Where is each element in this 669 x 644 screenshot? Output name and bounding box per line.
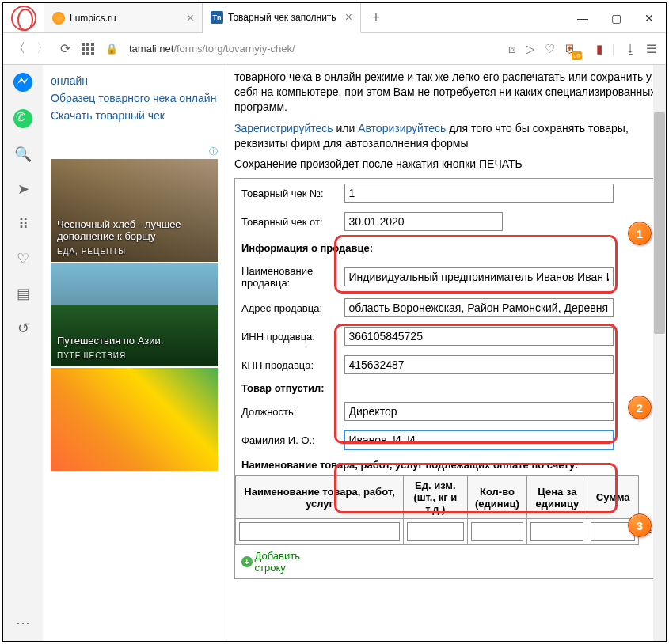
window-titlebar: Lumpics.ru × Tn Товарный чек заполнить ×… (3, 3, 666, 33)
more-icon[interactable]: ⋯ (16, 614, 30, 631)
tab-tovarnyy-chek[interactable]: Tn Товарный чек заполнить × (203, 3, 361, 33)
check-date-label: Товарный чек от: (235, 207, 338, 236)
seller-name-label: Наименование продавца: (235, 260, 338, 294)
ad-category: ЕДА, РЕЦЕПТЫ (57, 247, 211, 256)
vpn-icon[interactable]: ▷ (526, 42, 535, 56)
speed-dial-icon[interactable] (82, 43, 94, 55)
check-no-input[interactable] (344, 184, 614, 203)
seller-name-input[interactable] (344, 267, 614, 286)
ad-card[interactable]: Путешествия по Азии. ПУТЕШЕСТВИЯ (51, 263, 218, 366)
news-icon[interactable]: ▤ (17, 285, 30, 302)
inn-input[interactable] (344, 327, 614, 346)
inn-label: ИНН продавца: (235, 322, 338, 350)
left-rail: 🔍 ➤ ⠿ ♡ ▤ ↺ ⋯ (3, 65, 43, 641)
login-link[interactable]: Авторизируйтесь (358, 122, 446, 134)
save-note: Сохранение произойдет после нажатия кноп… (234, 157, 658, 172)
scrollbar[interactable] (653, 65, 666, 641)
col-unit: Ед. изм. (шт., кг и т.д.) (404, 476, 467, 519)
kpp-label: КПП продавца: (235, 350, 338, 379)
sidebar-link[interactable]: онлайн (51, 74, 218, 87)
favicon-icon (52, 12, 65, 25)
register-prompt: Зарегистрируйтесь или Авторизируйтесь дл… (234, 121, 658, 151)
add-row-button[interactable]: +Добавить строку (235, 545, 338, 578)
camera-icon[interactable]: ⧇ (508, 42, 516, 56)
ad-card[interactable] (51, 368, 218, 471)
seller-addr-label: Адрес продавца: (235, 294, 338, 322)
col-qty: Кол-во (единиц) (467, 476, 527, 519)
scrollbar-thumb[interactable] (654, 112, 665, 334)
tab-strip: Lumpics.ru × Tn Товарный чек заполнить ×… (44, 3, 566, 32)
item-name-input[interactable] (239, 522, 400, 541)
back-button[interactable]: 〈 (13, 40, 25, 57)
seller-section-header: Информация о продавце: (235, 236, 658, 260)
search-icon[interactable]: 🔍 (14, 146, 32, 163)
ad-marker[interactable] (51, 146, 218, 157)
blocker-icon[interactable]: ⛨off (564, 42, 587, 55)
close-tab-icon[interactable]: × (345, 10, 352, 25)
download-icon[interactable]: ⭳ (625, 42, 637, 55)
plus-icon: + (241, 556, 253, 567)
history-icon[interactable]: ↺ (17, 320, 29, 337)
favicon-icon: Tn (211, 11, 223, 24)
annotation-badge: 2 (628, 396, 652, 419)
ad-card[interactable]: Чесночный хлеб - лучшее дополнение к бор… (51, 159, 218, 262)
url-path: /forms/torg/tovarnyiy-chek/ (173, 43, 295, 55)
address-bar: 〈 〉 ⟳ 🔒 tamali.net/forms/torg/tovarnyiy-… (3, 33, 666, 65)
heart-rail-icon[interactable]: ♡ (17, 250, 29, 267)
send-icon[interactable]: ➤ (17, 180, 29, 198)
items-header: Наименование товара, работ, услуг подлеж… (235, 454, 658, 475)
window-controls: — ▢ ✕ (566, 6, 666, 31)
annotation-badge: 1 (628, 222, 652, 245)
sidebar-link[interactable]: Образец товарного чека онлайн (51, 92, 218, 104)
maximize-button[interactable]: ▢ (599, 6, 633, 31)
fio-label: Фамилия И. О.: (235, 426, 338, 454)
ad-title: Чесночный хлеб - лучшее дополнение к бор… (57, 218, 211, 242)
url-field[interactable]: tamali.net/forms/torg/tovarnyiy-chek/ (129, 43, 497, 55)
table-row: ✂ (236, 519, 657, 545)
menu-icon[interactable]: ☰ (646, 42, 656, 56)
item-price-input[interactable] (530, 522, 583, 541)
check-no-label: Товарный чек №: (235, 179, 338, 208)
sidebar-link[interactable]: Скачать товарный чек (51, 109, 218, 122)
position-input[interactable] (344, 402, 614, 421)
grid-icon[interactable]: ⠿ (18, 215, 29, 233)
item-qty-input[interactable] (471, 522, 524, 541)
lock-icon[interactable]: 🔒 (105, 43, 118, 55)
item-unit-input[interactable] (407, 522, 463, 541)
tab-title: Lumpics.ru (70, 13, 116, 24)
heart-icon[interactable]: ♡ (545, 42, 555, 56)
position-label: Должность: (235, 397, 338, 426)
annotation-badge: 3 (628, 513, 652, 537)
close-button[interactable]: ✕ (633, 6, 666, 31)
fio-input[interactable] (344, 430, 614, 449)
forward-button[interactable]: 〉 (36, 40, 49, 57)
register-link[interactable]: Зарегистрируйтесь (234, 122, 333, 134)
intro-text: товарного чека в онлайн режиме и так же … (234, 70, 658, 115)
seller-addr-input[interactable] (344, 298, 614, 317)
ad-title: Путешествия по Азии. (57, 335, 211, 347)
items-table: Наименование товара, работ, услуг Ед. из… (235, 475, 657, 545)
check-date-input[interactable] (344, 212, 503, 231)
ad-category: ПУТЕШЕСТВИЯ (57, 351, 211, 360)
col-price: Цена за единицу (527, 476, 587, 519)
whatsapp-icon[interactable] (13, 109, 32, 128)
kpp-input[interactable] (344, 355, 614, 374)
page-sidebar: онлайн Образец товарного чека онлайн Ска… (43, 65, 226, 641)
check-form-table: Товарный чек №: Товарный чек от: Информа… (234, 178, 658, 579)
messenger-icon[interactable] (13, 73, 32, 92)
page-content: товарного чека в онлайн режиме и так же … (226, 65, 666, 641)
released-section-header: Товар отпустил: (235, 379, 658, 397)
url-host: tamali.net (129, 43, 173, 55)
close-tab-icon[interactable]: × (187, 11, 194, 25)
new-tab-button[interactable]: + (361, 3, 391, 32)
opera-logo-icon[interactable] (11, 6, 36, 31)
reload-button[interactable]: ⟳ (60, 41, 70, 56)
minimize-button[interactable]: — (566, 6, 599, 31)
extension-icon[interactable]: ▮ (596, 42, 602, 56)
tab-lumpics[interactable]: Lumpics.ru × (44, 3, 203, 32)
divider: | (612, 42, 615, 55)
tab-title: Товарный чек заполнить (228, 12, 336, 23)
col-name: Наименование товара, работ, услуг (236, 476, 404, 519)
col-sum: Сумма (587, 476, 639, 519)
